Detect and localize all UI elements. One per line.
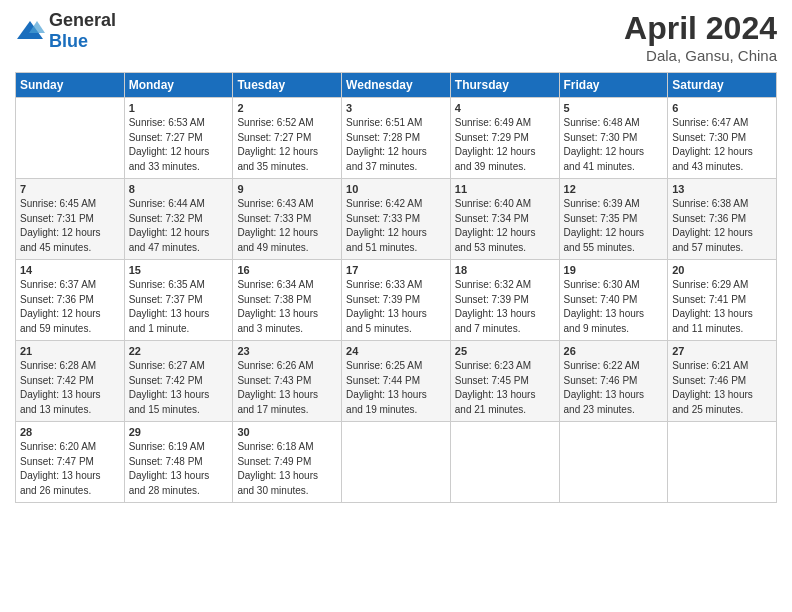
- cell-line: and 43 minutes.: [672, 161, 743, 172]
- cell-line: Sunrise: 6:44 AM: [129, 198, 205, 209]
- cell-line: Daylight: 12 hours: [672, 227, 753, 238]
- calendar-cell: [16, 98, 125, 179]
- cell-line: Sunset: 7:38 PM: [237, 294, 311, 305]
- cell-line: Sunset: 7:45 PM: [455, 375, 529, 386]
- calendar-table: Sunday Monday Tuesday Wednesday Thursday…: [15, 72, 777, 503]
- cell-line: and 17 minutes.: [237, 404, 308, 415]
- col-wednesday: Wednesday: [342, 73, 451, 98]
- day-number: 1: [129, 102, 229, 114]
- cell-line: Daylight: 13 hours: [20, 470, 101, 481]
- calendar-cell: 2Sunrise: 6:52 AMSunset: 7:27 PMDaylight…: [233, 98, 342, 179]
- cell-line: Sunrise: 6:27 AM: [129, 360, 205, 371]
- cell-line: and 51 minutes.: [346, 242, 417, 253]
- cell-content: Sunrise: 6:18 AMSunset: 7:49 PMDaylight:…: [237, 440, 337, 498]
- cell-line: Daylight: 12 hours: [346, 146, 427, 157]
- cell-content: Sunrise: 6:49 AMSunset: 7:29 PMDaylight:…: [455, 116, 555, 174]
- cell-line: Daylight: 13 hours: [20, 389, 101, 400]
- cell-line: and 37 minutes.: [346, 161, 417, 172]
- calendar-cell: 10Sunrise: 6:42 AMSunset: 7:33 PMDayligh…: [342, 179, 451, 260]
- calendar-cell: 12Sunrise: 6:39 AMSunset: 7:35 PMDayligh…: [559, 179, 668, 260]
- cell-content: Sunrise: 6:21 AMSunset: 7:46 PMDaylight:…: [672, 359, 772, 417]
- cell-line: Daylight: 13 hours: [455, 308, 536, 319]
- cell-line: Daylight: 13 hours: [564, 308, 645, 319]
- cell-line: Sunrise: 6:39 AM: [564, 198, 640, 209]
- cell-content: Sunrise: 6:32 AMSunset: 7:39 PMDaylight:…: [455, 278, 555, 336]
- cell-line: Sunrise: 6:49 AM: [455, 117, 531, 128]
- day-number: 14: [20, 264, 120, 276]
- cell-line: and 21 minutes.: [455, 404, 526, 415]
- cell-line: Sunset: 7:47 PM: [20, 456, 94, 467]
- cell-line: Daylight: 12 hours: [20, 227, 101, 238]
- cell-line: Sunset: 7:49 PM: [237, 456, 311, 467]
- day-number: 21: [20, 345, 120, 357]
- cell-content: Sunrise: 6:52 AMSunset: 7:27 PMDaylight:…: [237, 116, 337, 174]
- logo: General Blue: [15, 10, 116, 52]
- page-header: General Blue April 2024 Dala, Gansu, Chi…: [15, 10, 777, 64]
- cell-line: Sunset: 7:44 PM: [346, 375, 420, 386]
- cell-line: Daylight: 13 hours: [237, 308, 318, 319]
- cell-line: and 26 minutes.: [20, 485, 91, 496]
- day-number: 6: [672, 102, 772, 114]
- cell-line: Sunrise: 6:53 AM: [129, 117, 205, 128]
- cell-line: and 57 minutes.: [672, 242, 743, 253]
- cell-content: Sunrise: 6:42 AMSunset: 7:33 PMDaylight:…: [346, 197, 446, 255]
- col-monday: Monday: [124, 73, 233, 98]
- cell-line: and 23 minutes.: [564, 404, 635, 415]
- cell-line: and 49 minutes.: [237, 242, 308, 253]
- cell-content: Sunrise: 6:27 AMSunset: 7:42 PMDaylight:…: [129, 359, 229, 417]
- cell-content: Sunrise: 6:51 AMSunset: 7:28 PMDaylight:…: [346, 116, 446, 174]
- day-number: 18: [455, 264, 555, 276]
- cell-line: Sunset: 7:37 PM: [129, 294, 203, 305]
- cell-line: Sunset: 7:36 PM: [20, 294, 94, 305]
- day-number: 9: [237, 183, 337, 195]
- day-number: 13: [672, 183, 772, 195]
- cell-line: Daylight: 12 hours: [129, 227, 210, 238]
- calendar-cell: 9Sunrise: 6:43 AMSunset: 7:33 PMDaylight…: [233, 179, 342, 260]
- cell-content: Sunrise: 6:37 AMSunset: 7:36 PMDaylight:…: [20, 278, 120, 336]
- day-number: 10: [346, 183, 446, 195]
- logo-blue: Blue: [49, 31, 88, 51]
- calendar-week-4: 21Sunrise: 6:28 AMSunset: 7:42 PMDayligh…: [16, 341, 777, 422]
- cell-line: Sunrise: 6:32 AM: [455, 279, 531, 290]
- day-number: 5: [564, 102, 664, 114]
- cell-line: Sunset: 7:27 PM: [237, 132, 311, 143]
- cell-line: and 5 minutes.: [346, 323, 412, 334]
- cell-content: Sunrise: 6:43 AMSunset: 7:33 PMDaylight:…: [237, 197, 337, 255]
- calendar-cell: 5Sunrise: 6:48 AMSunset: 7:30 PMDaylight…: [559, 98, 668, 179]
- cell-line: Daylight: 13 hours: [672, 308, 753, 319]
- day-number: 8: [129, 183, 229, 195]
- main-title: April 2024: [624, 10, 777, 47]
- cell-line: Sunset: 7:46 PM: [672, 375, 746, 386]
- cell-line: Sunrise: 6:37 AM: [20, 279, 96, 290]
- day-number: 7: [20, 183, 120, 195]
- day-number: 28: [20, 426, 120, 438]
- calendar-cell: 28Sunrise: 6:20 AMSunset: 7:47 PMDayligh…: [16, 422, 125, 503]
- cell-line: Sunset: 7:40 PM: [564, 294, 638, 305]
- cell-line: Sunset: 7:41 PM: [672, 294, 746, 305]
- cell-line: Sunrise: 6:43 AM: [237, 198, 313, 209]
- calendar-cell: 13Sunrise: 6:38 AMSunset: 7:36 PMDayligh…: [668, 179, 777, 260]
- cell-line: Sunrise: 6:23 AM: [455, 360, 531, 371]
- cell-content: Sunrise: 6:23 AMSunset: 7:45 PMDaylight:…: [455, 359, 555, 417]
- cell-line: and 39 minutes.: [455, 161, 526, 172]
- day-number: 24: [346, 345, 446, 357]
- cell-content: Sunrise: 6:44 AMSunset: 7:32 PMDaylight:…: [129, 197, 229, 255]
- cell-line: Sunrise: 6:45 AM: [20, 198, 96, 209]
- day-number: 19: [564, 264, 664, 276]
- calendar-cell: [559, 422, 668, 503]
- cell-line: Daylight: 12 hours: [455, 146, 536, 157]
- day-number: 4: [455, 102, 555, 114]
- calendar-cell: 21Sunrise: 6:28 AMSunset: 7:42 PMDayligh…: [16, 341, 125, 422]
- subtitle: Dala, Gansu, China: [624, 47, 777, 64]
- cell-line: Daylight: 12 hours: [455, 227, 536, 238]
- calendar-cell: 11Sunrise: 6:40 AMSunset: 7:34 PMDayligh…: [450, 179, 559, 260]
- cell-line: Sunset: 7:31 PM: [20, 213, 94, 224]
- cell-line: Daylight: 13 hours: [129, 389, 210, 400]
- cell-line: Sunrise: 6:51 AM: [346, 117, 422, 128]
- cell-line: Daylight: 12 hours: [129, 146, 210, 157]
- calendar-week-3: 14Sunrise: 6:37 AMSunset: 7:36 PMDayligh…: [16, 260, 777, 341]
- calendar-week-2: 7Sunrise: 6:45 AMSunset: 7:31 PMDaylight…: [16, 179, 777, 260]
- day-number: 30: [237, 426, 337, 438]
- calendar-cell: 1Sunrise: 6:53 AMSunset: 7:27 PMDaylight…: [124, 98, 233, 179]
- col-tuesday: Tuesday: [233, 73, 342, 98]
